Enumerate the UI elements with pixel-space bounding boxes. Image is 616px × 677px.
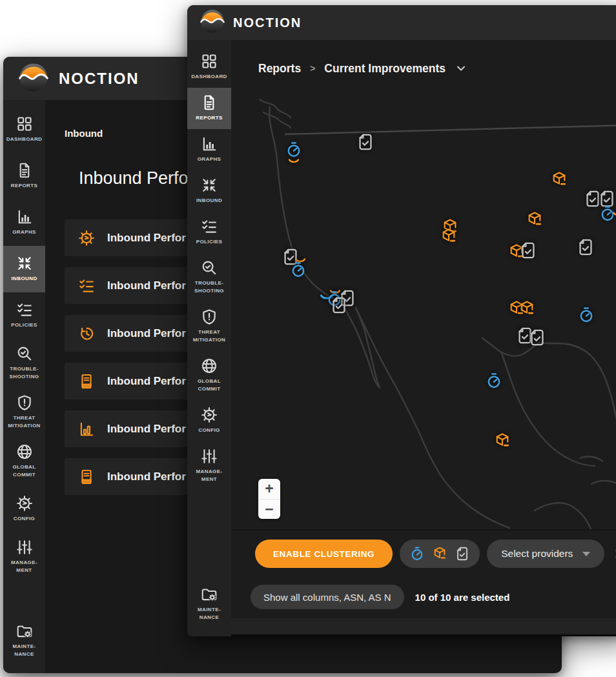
gear-icon bbox=[16, 495, 33, 512]
enable-clustering-button[interactable]: ENABLE CLUSTERING bbox=[255, 540, 393, 568]
sidebar-item-label: GLOBAL COMMIT bbox=[189, 378, 229, 393]
sidebar-item-label: CONFIG bbox=[198, 427, 220, 434]
reports-page: Reports > Current Improvements bbox=[231, 40, 616, 636]
noction-logo-icon bbox=[200, 9, 225, 36]
zoom-in-button[interactable]: + bbox=[258, 479, 280, 499]
checklist-icon bbox=[78, 278, 95, 294]
map-marker-cluster-arc[interactable] bbox=[286, 151, 302, 167]
sidebar-item-policies[interactable]: POLICIES bbox=[3, 292, 45, 339]
shield-alert-icon bbox=[16, 394, 33, 411]
breadcrumb-separator: > bbox=[310, 63, 315, 74]
sidebar-item-global-commit[interactable]: GLOBAL COMMIT bbox=[3, 437, 45, 486]
map-marker-timer[interactable] bbox=[486, 372, 503, 390]
sidebar-item-reports[interactable]: REPORTS bbox=[3, 153, 45, 199]
breadcrumb-current[interactable]: Current Improvements bbox=[324, 62, 446, 76]
bar-graph-icon bbox=[201, 136, 218, 152]
book-icon bbox=[78, 373, 95, 390]
sidebar-item-label: MAINTE- NANCE bbox=[189, 606, 229, 621]
selection-status: 10 of 10 are selected bbox=[415, 592, 510, 603]
chevron-down-icon[interactable] bbox=[456, 63, 466, 74]
sidebar-item-inbound[interactable]: INBOUND bbox=[187, 170, 231, 212]
sliders-icon bbox=[201, 448, 218, 465]
card-label: Inbound Perfor bbox=[107, 423, 186, 436]
gear-icon bbox=[78, 230, 95, 247]
sidebar-item-management[interactable]: MANAGE- MENT bbox=[3, 532, 45, 581]
dashboard-grid-icon bbox=[201, 53, 218, 70]
sidebar-item-maintenance[interactable]: MAINTE- NANCE bbox=[187, 580, 231, 629]
sidebar-item-config[interactable]: CONFIG bbox=[3, 486, 45, 532]
magnifier-check-icon bbox=[16, 345, 33, 362]
page: NOCTION DASHBOARD REPORTS GRAPHS INBOUND… bbox=[0, 0, 616, 677]
breadcrumb-root[interactable]: Reports bbox=[258, 62, 301, 76]
sidebar-item-graphs[interactable]: GRAPHS bbox=[3, 199, 45, 246]
improvements-map[interactable]: + − bbox=[231, 97, 616, 530]
document-check-icon[interactable] bbox=[455, 546, 470, 561]
sidebar-item-policies[interactable]: POLICIES bbox=[187, 212, 231, 253]
sidebar-item-label: MANAGE- MENT bbox=[189, 468, 229, 483]
package-icon[interactable] bbox=[432, 546, 447, 561]
front-window-reports: NOCTION DASHBOARD REPORTS GRAPHS INBOUND… bbox=[187, 5, 616, 636]
map-marker-package[interactable] bbox=[518, 300, 536, 318]
results-table-header bbox=[231, 618, 616, 636]
sidebar-item-management[interactable]: MANAGE- MENT bbox=[187, 441, 231, 490]
map-marker-package[interactable] bbox=[440, 228, 458, 245]
map-marker-document[interactable] bbox=[519, 241, 538, 260]
sidebar-item-global-commit[interactable]: GLOBAL COMMIT bbox=[187, 351, 231, 400]
sidebar-item-label: INBOUND bbox=[11, 275, 37, 283]
sidebar-item-label: CONFIG bbox=[14, 515, 36, 523]
bar-graph-icon bbox=[16, 208, 33, 225]
caret-down-icon bbox=[582, 552, 590, 556]
bar-chart-icon bbox=[78, 421, 95, 438]
map-marker-document[interactable] bbox=[577, 238, 595, 257]
timer-icon[interactable] bbox=[409, 546, 425, 561]
map-marker-timer[interactable] bbox=[578, 307, 595, 324]
zoom-out-button[interactable]: − bbox=[258, 499, 280, 519]
sidebar-item-maintenance[interactable]: MAINTE- NANCE bbox=[3, 616, 45, 665]
map-marker-package[interactable] bbox=[494, 432, 511, 450]
marker-type-filter-pill[interactable] bbox=[400, 540, 480, 568]
folder-gear-icon bbox=[201, 586, 218, 603]
map-marker-document[interactable] bbox=[330, 296, 349, 315]
sidebar-item-troubleshooting[interactable]: TROUBLE- SHOOTING bbox=[3, 339, 45, 388]
history-icon bbox=[78, 325, 95, 342]
map-marker-cluster-arc[interactable] bbox=[610, 204, 616, 219]
card-label: Inbound Perfor bbox=[107, 279, 186, 292]
breadcrumb: Reports > Current Improvements bbox=[231, 40, 616, 97]
sidebar-item-label: MANAGE- MENT bbox=[5, 559, 43, 574]
brand-name: NOCTION bbox=[233, 15, 302, 30]
sidebar-item-graphs[interactable]: GRAPHS bbox=[187, 129, 231, 170]
sidebar-item-dashboard[interactable]: DASHBOARD bbox=[3, 106, 45, 153]
folder-gear-icon bbox=[16, 623, 33, 640]
globe-icon bbox=[201, 358, 218, 374]
sidebar-item-inbound[interactable]: INBOUND bbox=[3, 246, 45, 292]
card-label: Inbound Perfor bbox=[107, 327, 186, 340]
sidebar-item-troubleshooting[interactable]: TROUBLE- SHOOTING bbox=[187, 253, 231, 302]
noction-logo-icon bbox=[19, 63, 48, 95]
sidebar-item-dashboard[interactable]: DASHBOARD bbox=[187, 46, 231, 88]
map-marker-document[interactable] bbox=[356, 133, 375, 152]
report-file-icon bbox=[16, 162, 33, 179]
sidebar-item-label: THREAT MITIGATION bbox=[5, 414, 43, 430]
inbound-arrows-icon bbox=[16, 255, 33, 272]
sidebar-item-threat-mitigation[interactable]: THREAT MITIGATION bbox=[3, 388, 45, 437]
map-marker-timer[interactable] bbox=[290, 261, 307, 279]
map-marker-document[interactable] bbox=[528, 328, 547, 347]
card-label: Inbound Perfor bbox=[107, 470, 186, 483]
sidebar-item-threat-mitigation[interactable]: THREAT MITIGATION bbox=[187, 302, 231, 351]
sidebar-item-label: TROUBLE- SHOOTING bbox=[189, 279, 229, 295]
sidebar-item-config[interactable]: CONFIG bbox=[187, 400, 231, 441]
report-file-icon bbox=[201, 94, 218, 111]
gear-icon bbox=[201, 407, 218, 423]
sidebar-item-label: GRAPHS bbox=[12, 228, 36, 236]
chevron-right-icon bbox=[613, 549, 616, 559]
inbound-arrows-icon bbox=[201, 177, 218, 194]
checklist-icon bbox=[16, 301, 33, 318]
map-marker-package[interactable] bbox=[551, 171, 568, 188]
sidebar-item-label: DASHBOARD bbox=[6, 136, 43, 143]
columns-select-dropdown[interactable]: Show all columns, ASN, AS N bbox=[251, 585, 404, 609]
sidebar-item-label: GRAPHS bbox=[198, 156, 221, 163]
sidebar-item-reports[interactable]: REPORTS bbox=[187, 88, 231, 129]
sliders-icon bbox=[16, 539, 33, 556]
select-providers-dropdown[interactable]: Select providers bbox=[487, 540, 604, 568]
map-marker-package[interactable] bbox=[526, 211, 544, 228]
